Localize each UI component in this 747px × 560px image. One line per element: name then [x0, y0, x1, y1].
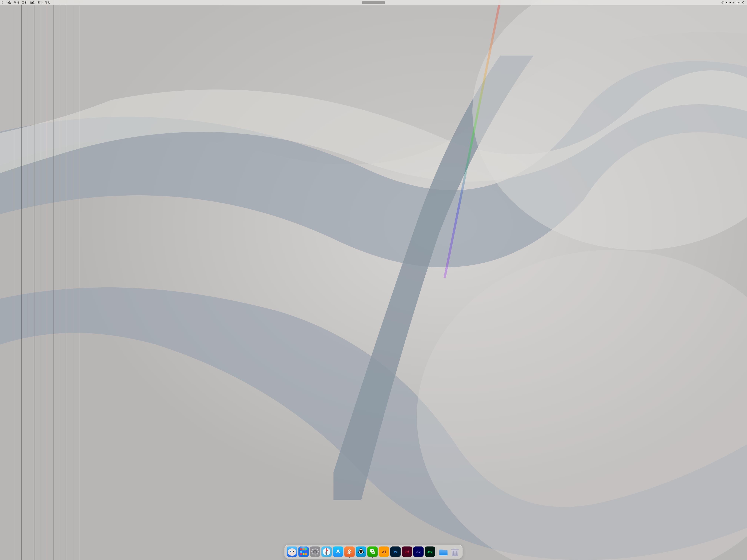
apple-menu[interactable]:  — [2, 1, 3, 4]
svg-rect-19 — [305, 551, 307, 553]
svg-point-64 — [373, 553, 374, 553]
grid-icon[interactable]: ⊞ — [732, 1, 735, 4]
svg-rect-28 — [315, 554, 315, 556]
svg-text:Ps: Ps — [393, 550, 397, 554]
battery-status[interactable]: 92% — [736, 1, 740, 4]
svg-point-61 — [371, 550, 371, 551]
dock-indesign[interactable]: Id — [402, 546, 412, 557]
dock-photoshop[interactable]: Ps — [390, 546, 401, 557]
svg-text:多: 多 — [347, 549, 352, 555]
dock-qq[interactable] — [356, 546, 366, 557]
dock-separator — [437, 548, 437, 556]
dock: 多 — [285, 545, 463, 559]
view-menu[interactable]: 显示 — [22, 1, 27, 4]
dock-illustrator[interactable]: Ai — [379, 546, 389, 557]
screentime-icon[interactable]: ⏺ — [725, 1, 728, 4]
dock-folder[interactable] — [438, 546, 449, 557]
svg-point-51 — [360, 550, 361, 550]
svg-rect-29 — [311, 551, 313, 552]
svg-point-9 — [290, 551, 291, 552]
svg-text:Ae: Ae — [416, 550, 421, 554]
svg-point-11 — [288, 550, 290, 555]
dock-safari[interactable] — [321, 546, 332, 557]
dock-mediaencoder[interactable]: Me — [425, 546, 435, 557]
svg-rect-15 — [303, 548, 305, 550]
dock-launchpad[interactable] — [299, 546, 309, 557]
svg-point-48 — [359, 548, 363, 552]
svg-rect-18 — [303, 551, 305, 553]
finder-dot — [292, 557, 292, 558]
svg-rect-43 — [333, 546, 343, 557]
dock-app-store[interactable] — [333, 546, 343, 557]
svg-point-26 — [314, 551, 316, 553]
menubar:  功能 编辑 显示 前往 窗口 帮助 💬 ⏺ ✦ ⊞ 92% — [0, 0, 747, 5]
svg-rect-14 — [300, 548, 302, 550]
svg-rect-27 — [315, 548, 315, 549]
dock-trash[interactable] — [450, 546, 460, 557]
menubar-left:  功能 编辑 显示 前往 窗口 帮助 — [2, 1, 50, 4]
svg-point-53 — [360, 551, 362, 551]
svg-point-42 — [326, 551, 327, 552]
wallpaper — [0, 0, 747, 560]
duoduo-dot — [349, 557, 350, 558]
dock-system-preferences[interactable] — [310, 546, 320, 557]
wifi-icon[interactable] — [742, 1, 745, 4]
help-menu[interactable]: 帮助 — [45, 1, 50, 4]
svg-rect-30 — [318, 551, 319, 552]
svg-point-63 — [372, 553, 372, 553]
svg-rect-17 — [300, 551, 302, 553]
active-app-indicator — [362, 1, 385, 4]
bluetooth-icon[interactable]: ✦ — [729, 1, 731, 4]
svg-rect-20 — [300, 553, 302, 555]
svg-point-12 — [294, 550, 296, 555]
dock-container: 多 — [285, 545, 463, 559]
svg-rect-16 — [305, 548, 307, 550]
svg-point-52 — [362, 550, 362, 550]
svg-text:Id: Id — [405, 550, 409, 554]
wechat-dot — [372, 557, 373, 558]
go-menu[interactable]: 前往 — [30, 1, 34, 4]
wechat-menubar-icon[interactable]: 💬 — [721, 1, 724, 4]
svg-rect-21 — [303, 553, 305, 555]
svg-point-4 — [743, 3, 744, 3]
dock-aftereffects[interactable]: Ae — [413, 546, 424, 557]
svg-point-57 — [360, 553, 362, 554]
window-menu[interactable]: 窗口 — [37, 1, 42, 4]
svg-point-60 — [371, 551, 375, 554]
dock-finder[interactable] — [287, 546, 298, 557]
menubar-right: 💬 ⏺ ✦ ⊞ 92% — [721, 1, 745, 4]
svg-text:Me: Me — [427, 550, 433, 554]
app-name-menu[interactable]: 功能 — [6, 1, 11, 4]
dock-wechat[interactable] — [367, 546, 378, 557]
svg-rect-22 — [305, 553, 307, 555]
svg-text:Ai: Ai — [382, 550, 386, 554]
svg-point-62 — [372, 550, 373, 551]
edit-menu[interactable]: 编辑 — [14, 1, 19, 4]
dock-duoduo[interactable]: 多 — [344, 546, 355, 557]
